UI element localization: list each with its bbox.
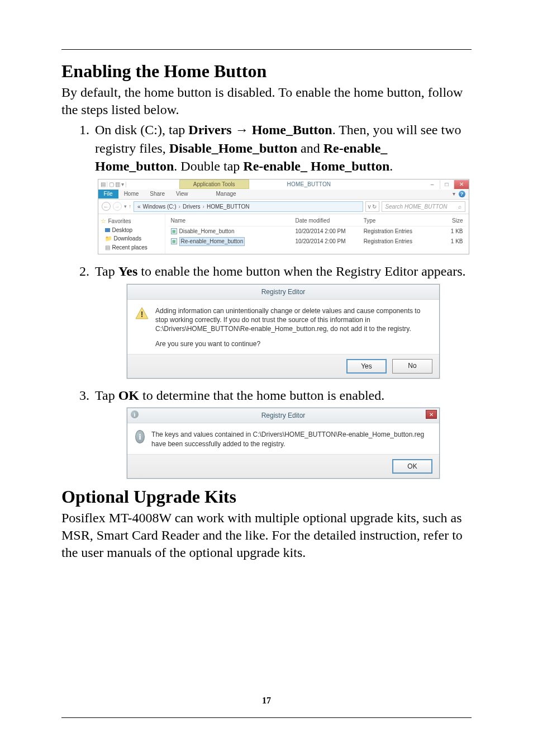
new-folder-icon[interactable]: ▢ [109,181,114,188]
step-3: Tap OK to determine that the home button… [93,386,472,479]
t: . Double tap [174,159,243,173]
step1-text: On disk (C:), tap Drivers → Home_Button.… [95,122,461,173]
file-type: Registration Entries [361,236,430,247]
footer-rule [61,717,472,718]
info-icon: i [135,430,145,443]
help-icon[interactable]: ? [459,191,465,197]
info-icon: i [131,410,139,418]
arrow: → [232,122,252,137]
star-icon: ☆ [101,217,106,225]
ribbon-tab-share[interactable]: Share [144,190,170,199]
col-type[interactable]: Type [361,216,430,226]
properties-icon[interactable]: ▤ [101,181,106,188]
t: « [137,203,141,211]
yes-button[interactable]: Yes [346,359,387,374]
tree-desktop[interactable]: Desktop [101,226,163,235]
section-title-kits: Optional Upgrade Kits [61,486,472,507]
col-date[interactable]: Date modified [293,216,361,226]
file-date: 10/20/2014 2:00 PM [293,226,361,236]
crumb-home-button[interactable]: HOME_BUTTON [207,203,250,211]
file-size: 1 KB [430,236,465,247]
drivers-label: Drivers [188,122,231,137]
home-button-label: Home_Button [252,122,332,137]
address-bar[interactable]: « Windows (C:) › Drivers › HOME_BUTTON [134,201,363,212]
close-icon[interactable]: ✕ [426,410,437,419]
file-size: 1 KB [430,226,465,236]
file-list: Name Date modified Type Size ▦Di [165,214,469,254]
warning-icon: ! [135,306,149,320]
nav-tree: ☆Favorites Desktop 📁Downloads ▤Recent pl… [98,214,165,254]
page-number: 17 [0,696,533,706]
t: and [297,141,323,155]
col-name[interactable]: Name [169,216,293,226]
ribbon-tab-view[interactable]: View [170,190,194,199]
no-button[interactable]: No [392,359,432,374]
file-date: 10/20/2014 2:00 PM [293,236,361,247]
t: Recent places [112,244,147,252]
svg-text:!: ! [141,310,144,319]
ribbon-tab-file[interactable]: File [98,190,118,199]
registry-icon: ▦ [171,238,177,244]
minimize-button[interactable]: – [425,180,440,189]
forward-button[interactable]: → [113,202,122,211]
up-button[interactable]: ↑ [129,203,132,210]
t: Tap [95,388,118,403]
search-placeholder: Search HOME_BUTTON [386,203,448,211]
tree-recent[interactable]: ▤Recent places [101,243,163,252]
ribbon-tab-manage[interactable]: Manage [211,190,242,199]
recent-icon: ▤ [105,244,110,252]
application-tools-tab[interactable]: Application Tools [179,179,249,190]
step-1: On disk (C:), tap Drivers → Home_Button.… [93,121,472,254]
search-icon[interactable]: ⌕ [458,203,461,211]
ribbon-collapse-icon[interactable]: ▾ [453,190,455,198]
intro-paragraph: By default, the home button is disabled.… [61,84,472,119]
quick-access-toolbar: ▤ | ▢ ▥ ▾ | [98,179,129,190]
tree-downloads[interactable]: 📁Downloads [101,234,163,243]
chevron-icon: › [179,203,180,211]
reenable-label2: Re-enable_ Home_button [243,159,389,173]
t: to determine that the home button is ena… [139,388,384,403]
chevron-icon: › [203,203,204,211]
registry-icon: ▦ [171,228,177,234]
crumb-drivers[interactable]: Drivers [183,203,201,211]
tree-favorites[interactable]: ☆Favorites [101,216,163,226]
ok-button[interactable]: OK [392,459,432,474]
dialog-title: Registry Editor [261,411,306,420]
ok-label: OK [118,388,139,403]
crumb-windows-c[interactable]: Windows (C:) [143,203,177,211]
history-dropdown-icon[interactable]: ▾ [124,203,127,210]
addr-dropdown-icon[interactable]: v [368,203,371,211]
dialog-message: Adding information can unintentionally c… [155,306,431,334]
folder-icon: 📁 [105,235,112,243]
registry-editor-warning-dialog: Registry Editor ! Adding information can… [127,284,440,379]
t: to enable the home button when the Regis… [137,264,465,278]
t: Desktop [112,226,133,234]
open-icon[interactable]: ▥ [115,181,120,188]
refresh-icon[interactable]: ↻ [372,203,377,211]
t: Downloads [114,235,141,243]
t: Favorites [108,218,131,225]
kits-body: Posiflex MT-4008W can work with multiple… [61,509,472,562]
section-title-enabling: Enabling the Home Button [61,61,472,82]
maximize-button[interactable]: □ [440,180,454,189]
qat-dropdown-icon[interactable]: ▾ [121,181,124,188]
step-2: Tap Yes to enable the home button when t… [93,262,472,379]
col-size[interactable]: Size [430,216,465,226]
back-button[interactable]: ← [102,202,111,211]
registry-editor-success-dialog: i Registry Editor ✕ i The keys and value… [127,408,440,479]
search-input[interactable]: Search HOME_BUTTON ⌕ [382,201,465,212]
file-row-disable[interactable]: ▦Disable_Home_button 10/20/2014 2:00 PM … [169,226,465,236]
ribbon-tab-home[interactable]: Home [118,190,145,199]
close-button[interactable]: ✕ [454,180,469,189]
dialog-message: The keys and values contained in C:\Driv… [151,430,431,448]
file-name: Re-enable_Home_button [179,237,245,246]
window-title: HOME_BUTTON [265,181,331,188]
t: On disk (C:), tap [95,122,188,137]
t: . [389,159,393,173]
file-name: Disable_Home_button [179,228,235,235]
yes-label: Yes [118,264,138,278]
file-type: Registration Entries [361,226,430,236]
file-explorer-window: ▤ | ▢ ▥ ▾ | Application Tools HOME_BUTTO… [98,179,469,255]
t: Tap [95,264,118,278]
file-row-reenable[interactable]: ▦Re-enable_Home_button 10/20/2014 2:00 P… [169,236,465,247]
